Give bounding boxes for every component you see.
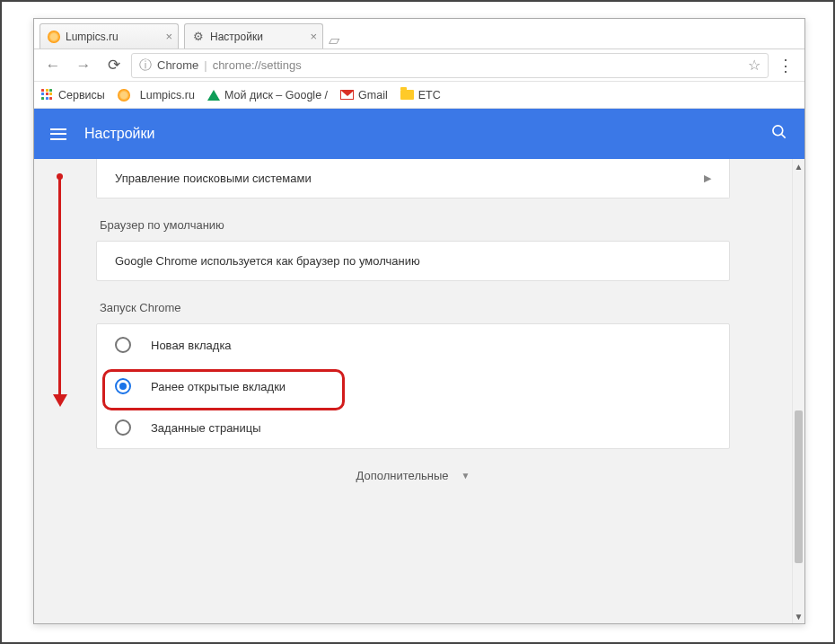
address-bar: ← → ⟳ ⓘ Chrome | chrome://settings ☆ ⋮ [34, 49, 804, 82]
apps-shortcut[interactable]: Сервисы [41, 89, 105, 101]
tab-label: Настройки [210, 31, 263, 43]
nav-back-button[interactable]: ← [40, 52, 66, 79]
bookmark-label: Мой диск – Google / [224, 89, 328, 101]
scrollbar[interactable]: ▲ ▼ [792, 159, 804, 623]
apps-grid-icon [41, 89, 54, 101]
bookmark-drive[interactable]: Мой диск – Google / [207, 89, 328, 101]
tab-strip: Lumpics.ru × ⚙ Настройки × ▱ [34, 19, 804, 49]
radio-new-tab[interactable]: Новая вкладка [97, 324, 729, 366]
scroll-down-button[interactable]: ▼ [793, 609, 804, 623]
page-title: Настройки [84, 126, 154, 142]
tab-close-icon[interactable]: × [165, 30, 172, 43]
bookmark-label: Gmail [358, 89, 388, 101]
bookmark-star-icon[interactable]: ☆ [748, 57, 760, 74]
section-title-startup: Запуск Chrome [100, 301, 726, 314]
default-browser-status: Google Chrome используется как браузер п… [97, 242, 729, 280]
new-tab-button[interactable]: ▱ [323, 31, 345, 49]
site-info-icon[interactable]: ⓘ [139, 57, 152, 74]
lumpics-favicon-icon [48, 31, 60, 43]
svg-line-5 [782, 135, 786, 138]
radio-label: Новая вкладка [151, 339, 232, 352]
chevron-down-icon: ▼ [461, 471, 470, 481]
radio-label: Заданные страницы [151, 421, 261, 435]
bookmark-label: Lumpics.ru [140, 89, 195, 101]
bookmark-label: Сервисы [58, 89, 105, 101]
scroll-up-button[interactable]: ▲ [793, 159, 804, 173]
nav-forward-button: → [70, 52, 97, 79]
omnibox[interactable]: ⓘ Chrome | chrome://settings ☆ [131, 53, 769, 78]
tab-settings[interactable]: ⚙ Настройки × [184, 23, 323, 49]
svg-point-4 [773, 126, 783, 136]
tab-close-icon[interactable]: × [310, 30, 317, 43]
row-label: Управление поисковыми системами [115, 172, 312, 185]
gmail-icon [340, 90, 354, 100]
advanced-toggle[interactable]: Дополнительные ▼ [96, 449, 730, 491]
section-title-default-browser: Браузер по умолчанию [100, 218, 726, 232]
manage-search-engines-row[interactable]: Управление поисковыми системами ▶ [97, 159, 729, 198]
search-icon[interactable] [770, 123, 788, 145]
annotation-arrow [52, 173, 70, 407]
radio-specific-pages[interactable]: Заданные страницы [97, 407, 729, 448]
settings-content: Управление поисковыми системами ▶ Браузе… [34, 159, 804, 623]
radio-icon [115, 378, 131, 394]
nav-reload-button[interactable]: ⟳ [101, 52, 127, 79]
gear-icon: ⚙ [192, 31, 205, 43]
lumpics-favicon-icon [118, 89, 130, 101]
advanced-label: Дополнительные [356, 469, 449, 482]
hamburger-menu-button[interactable] [50, 128, 66, 140]
bookmark-lumpics[interactable]: Lumpics.ru [118, 89, 195, 101]
browser-window: David Lumpics.ru × ⚙ Настройки × ▱ ← → [33, 18, 805, 624]
chevron-right-icon: ▶ [704, 172, 711, 184]
google-drive-icon [207, 90, 220, 101]
startup-options: Новая вкладка Ранее открытые вкладки Зад… [96, 323, 730, 449]
bookmark-gmail[interactable]: Gmail [340, 89, 388, 101]
menu-button[interactable]: ⋮ [772, 56, 799, 75]
row-label: Google Chrome используется как браузер п… [115, 254, 420, 268]
radio-label: Ранее открытые вкладки [151, 380, 286, 393]
tab-label: Lumpics.ru [66, 31, 119, 43]
scroll-thumb[interactable] [795, 410, 803, 563]
radio-continue[interactable]: Ранее открытые вкладки [97, 366, 729, 407]
folder-icon [400, 90, 414, 100]
bookmark-label: ETC [418, 89, 441, 101]
radio-icon [115, 419, 131, 436]
settings-app-header: Настройки [34, 109, 804, 159]
bookmark-etc[interactable]: ETC [400, 89, 441, 101]
tab-lumpics[interactable]: Lumpics.ru × [40, 23, 179, 49]
radio-icon [115, 337, 131, 353]
url-path: chrome://settings [213, 58, 302, 72]
bookmarks-bar: Сервисы Lumpics.ru Мой диск – Google / G… [34, 82, 804, 109]
url-origin: Chrome [157, 58, 198, 72]
